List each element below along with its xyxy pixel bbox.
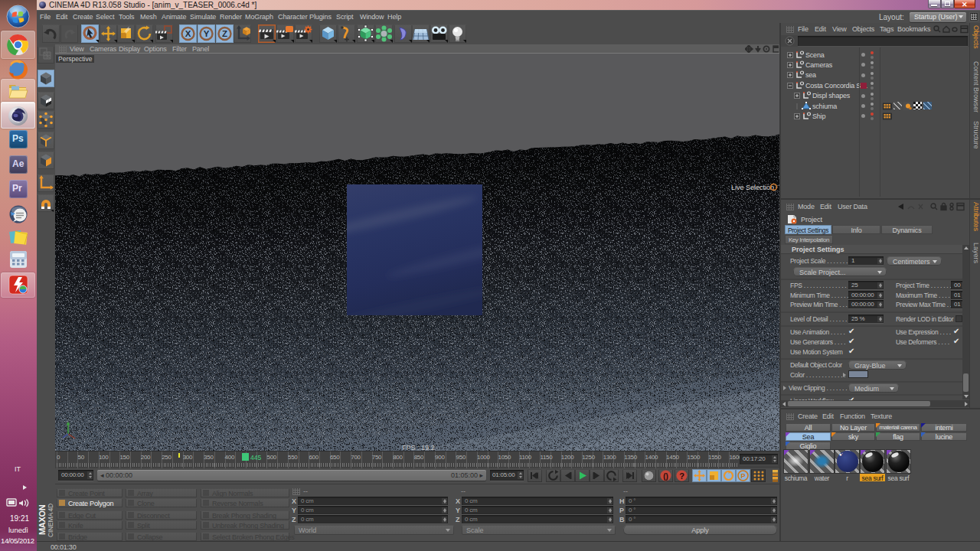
svg-text:Y: Y [204,29,210,38]
svg-text:X: X [185,29,191,38]
svg-text:P: P [740,472,745,480]
svg-text:(): () [663,472,668,481]
svg-text:?: ? [679,471,684,481]
svg-text:Z: Z [222,29,227,38]
